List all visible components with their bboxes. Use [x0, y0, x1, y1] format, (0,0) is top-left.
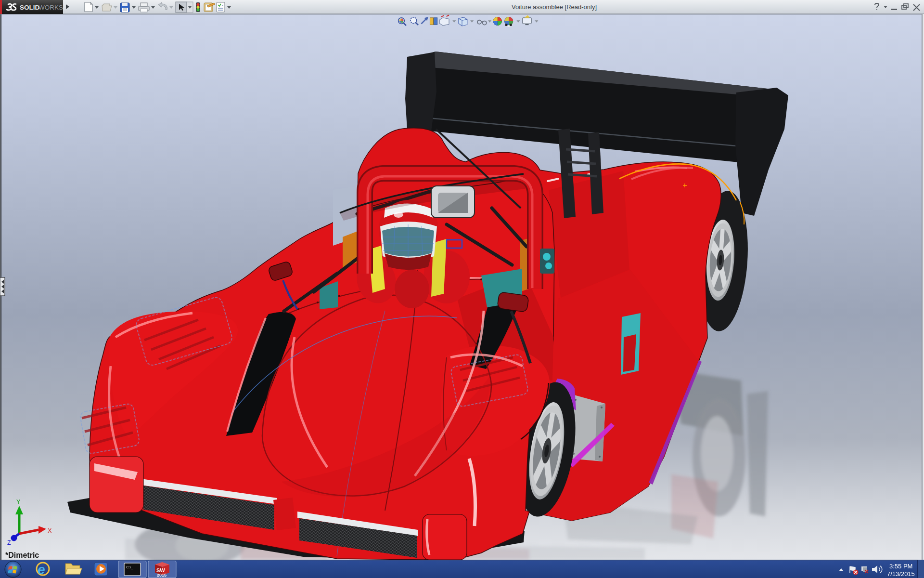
svg-text:WORKS: WORKS [38, 4, 63, 11]
svg-text:3:55 PM: 3:55 PM [889, 563, 912, 570]
svg-text:Y: Y [16, 499, 21, 505]
svg-text:C:\_: C:\_ [126, 565, 133, 569]
svg-text:2015: 2015 [157, 573, 167, 578]
svg-text:*Dimetric: *Dimetric [5, 551, 39, 559]
svg-text:SOLID: SOLID [20, 4, 40, 11]
svg-text:e: e [38, 562, 45, 577]
svg-text:Voiture assomblee [Read-only]: Voiture assomblee [Read-only] [512, 3, 597, 11]
svg-text:X: X [48, 527, 52, 534]
svg-text:Z: Z [7, 539, 11, 546]
svg-text:7/13/2015: 7/13/2015 [887, 570, 915, 578]
